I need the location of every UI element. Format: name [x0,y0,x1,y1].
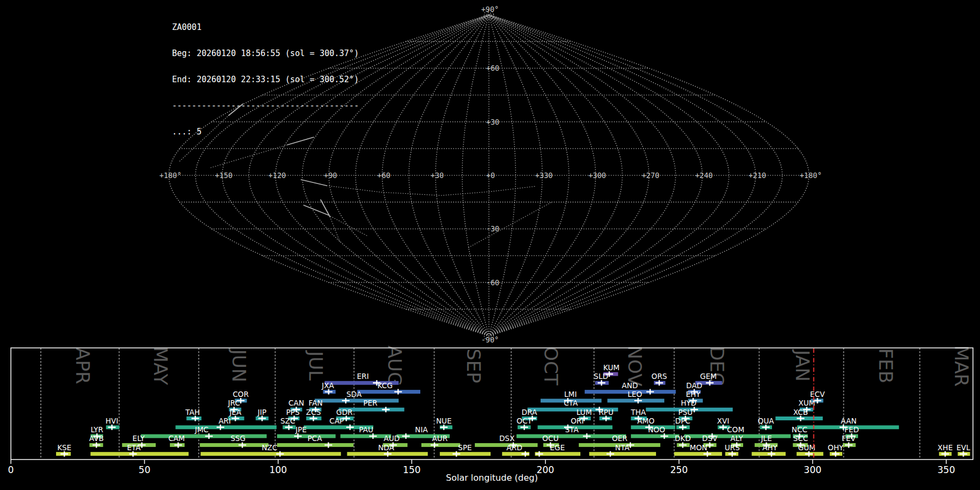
shower-bar-ARI [175,425,277,429]
meteor-trail-extension [467,203,551,248]
shower-label-CAM: CAM [168,434,185,443]
shower-label-RPU: RPU [598,408,613,416]
shower-label-JMC: JMC [194,425,209,434]
label-text: +90° [481,5,499,14]
shower-label-ARD: ARD [506,443,522,452]
shower-label-SPE: SPE [458,443,471,452]
shower-bar-PCA [277,443,353,447]
shower-label-COM: COM [727,425,744,434]
shower-label-DSX: DSX [499,434,514,443]
shower-label-AUD: AUD [384,434,400,443]
station-id: ZA0001 [172,23,359,32]
shower-label-COR: COR [232,390,248,399]
label-text: +210 [749,171,767,180]
shower-label-LMI: LMI [564,390,577,399]
shower-bar-ETA [90,452,188,456]
shower-label-ORS: ORS [652,372,667,381]
app-window: +90°-90°+60+30-30-60+180°+150+120+90+60+… [0,0,980,490]
shower-label-CAP: CAP [329,416,344,425]
shower-bar-NOO [631,434,679,438]
shower-label-KUM: KUM [603,363,620,372]
shower-label-KSE: KSE [57,443,71,452]
shower-label-NUE: NUE [436,416,452,425]
shower-bar-JMC [141,434,267,438]
shower-label-AHY: AHY [762,443,777,452]
shower-label-OHY: OHY [828,443,844,452]
shower-label-EVL: EVL [957,443,971,452]
shower-label-LEO: LEO [628,390,642,399]
shower-label-CAN: CAN [289,399,304,407]
month-label: MAR [951,345,972,387]
shower-label-KCG: KCG [377,381,393,390]
label-text: -30 [486,224,499,233]
label-text: +270 [642,171,660,180]
label-text: +60 [377,171,390,180]
shower-label-DAD: DAD [686,381,702,390]
month-label: OCT [540,346,562,385]
shower-label-OCU: OCU [542,434,559,443]
label-text: -60 [486,278,499,287]
month-label: NOV [624,346,646,387]
shower-label-AMO: AMO [638,416,655,425]
shower-label-DRA: DRA [522,408,537,416]
shower-label-AVB: AVB [89,434,104,443]
shower-label-SZC: SZC [280,416,295,425]
label-text: +180° [160,171,182,180]
x-axis-title: Solar longitude (deg) [11,473,973,483]
label-text: -90° [481,335,499,344]
label-text: +30 [431,171,444,180]
shower-label-FEV: FEV [842,434,856,443]
shower-label-MON: MON [690,443,707,452]
shower-label-DPC: DPC [675,416,690,425]
shower-label-NTA: NTA [615,443,630,452]
shower-label-GEM: GEM [700,372,717,381]
shower-label-AAN: AAN [841,416,856,425]
shower-bar-NTA [589,452,656,456]
shower-label-EGE: EGE [550,443,565,452]
shower-label-XCB: XCB [793,408,808,416]
shower-label-SCC: SCC [793,434,808,443]
shower-label-XUM: XUM [798,399,815,407]
shower-label-SDA: SDA [346,390,362,399]
month-label: AUG [384,346,406,387]
month-label: MAY [150,347,171,385]
shower-label-THA: THA [630,408,646,416]
label-text: +300 [589,171,607,180]
label-text: +0 [486,171,495,180]
meteor-trail-extension [328,215,368,236]
label-text: +30 [486,118,499,126]
shower-bar-SPE [440,452,491,456]
end-time: End: 20260120 22:33:15 (sol = 300.52°) [172,75,359,84]
shower-label-PAU: PAU [359,425,373,434]
shower-bar-SSG [200,443,268,447]
shower-bar-JPE [277,434,335,438]
month-label: JAN [792,349,813,382]
shower-label-OER: OER [612,434,628,443]
shower-label-ERI: ERI [357,372,369,381]
shower-label-AUR: AUR [432,434,448,443]
shower-label-SLD: SLD [594,372,609,381]
begin-time: Beg: 20260120 18:56:55 (sol = 300.37°) [172,49,359,58]
shower-label-SSG: SSG [230,434,246,443]
shower-label-JLE: JLE [761,434,772,443]
shower-label-FED: FED [844,425,859,434]
shower-label-GUM: GUM [798,443,816,452]
month-label: JUN [228,348,250,382]
shower-label-LYR: LYR [90,425,103,434]
shower-label-PPS: PPS [286,408,299,416]
shower-label-NOO: NOO [648,425,665,434]
shower-label-TAH: TAH [185,408,200,416]
shower-label-NDA: NDA [378,443,394,452]
shower-label-JPE: JPE [295,425,307,434]
shower-label-XHE: XHE [938,443,953,452]
shower-label-NCC: NCC [792,425,807,434]
shower-label-URS: URS [725,443,740,452]
shower-label-XVI: XVI [717,416,729,425]
meteor-count: ...: 5 [172,127,359,136]
shower-bar-AUR [421,443,460,447]
shower-bar-SDA [315,399,399,402]
shower-bar-NZC [201,452,341,456]
grid-meridian [489,15,782,336]
shower-label-CTA: CTA [564,399,578,407]
meteor-trail [301,180,327,186]
